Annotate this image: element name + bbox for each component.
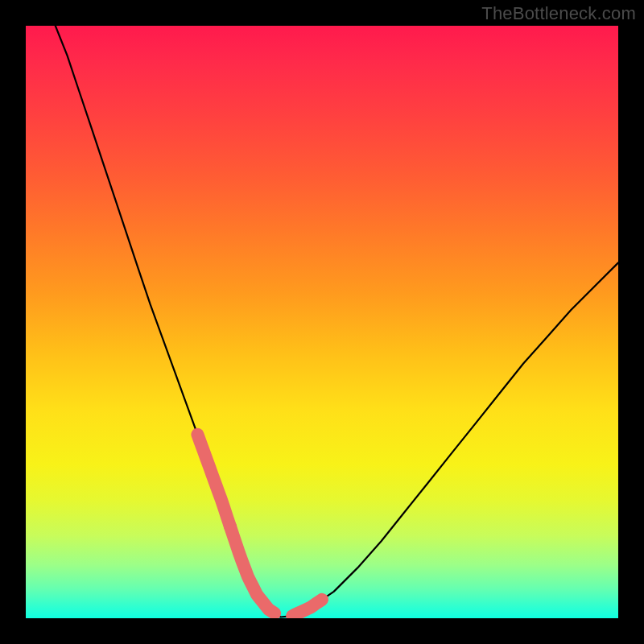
plot-area bbox=[26, 26, 618, 618]
highlight-left bbox=[197, 435, 230, 526]
watermark-text: TheBottleneck.com bbox=[481, 3, 636, 24]
highlight-bottom bbox=[230, 526, 275, 613]
highlight-right bbox=[292, 600, 322, 616]
curve-svg bbox=[26, 26, 618, 618]
bottleneck-curve bbox=[56, 26, 618, 617]
chart-frame: TheBottleneck.com bbox=[0, 0, 644, 644]
